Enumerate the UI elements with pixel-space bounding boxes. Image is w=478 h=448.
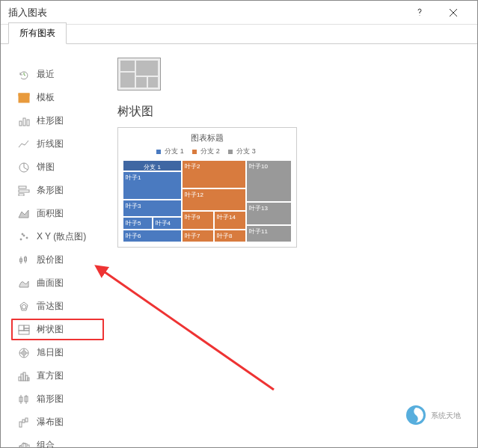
svg-point-15: [23, 235, 25, 236]
legend-item: 分支 3: [236, 147, 256, 155]
recent-icon: [17, 69, 31, 81]
box-whisker-icon: [17, 393, 31, 405]
svg-point-14: [20, 239, 22, 240]
insert-chart-dialog: 插入图表 所有图表 最近 模板 柱形图 折: [0, 0, 478, 448]
treemap-leaf: 叶子13: [246, 202, 292, 225]
treemap-leaf: 叶子4: [153, 217, 183, 230]
sidebar-item-label: 曲面图: [37, 277, 64, 289]
treemap-leaf: 叶子2: [182, 160, 246, 188]
sunburst-icon: [17, 347, 31, 359]
sidebar-item-label: 模板: [37, 91, 55, 104]
sidebar-item-histogram[interactable]: 直方图: [11, 365, 104, 387]
template-icon: [17, 92, 31, 104]
svg-rect-8: [27, 120, 29, 126]
chart-type-sidebar: 最近 模板 柱形图 折线图 饼图 条形图: [11, 53, 104, 448]
treemap-leaf: 叶子1: [123, 171, 182, 200]
treemap-leaf: 叶子10: [246, 160, 292, 202]
titlebar: 插入图表: [1, 1, 477, 25]
legend-item: 分支 1: [165, 147, 184, 155]
svg-rect-5: [19, 93, 29, 96]
svg-rect-6: [19, 121, 22, 126]
sidebar-item-label: 雷达图: [37, 300, 64, 313]
close-button[interactable]: [436, 1, 470, 25]
treemap-leaf: 叶子11: [246, 225, 292, 242]
treemap-leaf: 叶子5: [123, 217, 153, 230]
content-area: 最近 模板 柱形图 折线图 饼图 条形图: [1, 44, 477, 448]
preview-legend: 分支 1 分支 2 分支 3: [123, 147, 292, 156]
sidebar-item-label: 折线图: [37, 138, 64, 150]
help-button[interactable]: [402, 1, 436, 25]
area-chart-icon: [17, 208, 31, 220]
sidebar-item-label: 瀑布图: [37, 416, 64, 429]
watermark: 系统天地: [402, 402, 470, 431]
svg-rect-41: [19, 422, 22, 427]
treemap-leaf: 叶子9: [182, 211, 214, 230]
stock-chart-icon: [17, 254, 31, 266]
sidebar-item-line[interactable]: 折线图: [11, 133, 104, 155]
scatter-chart-icon: [17, 231, 31, 243]
sidebar-item-column[interactable]: 柱形图: [11, 110, 104, 132]
sidebar-item-label: 直方图: [37, 369, 64, 382]
treemap-leaf: 叶子14: [214, 211, 246, 230]
subtype-treemap[interactable]: [117, 58, 161, 90]
svg-text:系统天地: 系统天地: [431, 411, 461, 420]
legend-item: 分支 2: [200, 147, 220, 155]
svg-rect-43: [25, 418, 28, 422]
bar-chart-icon: [17, 185, 31, 197]
sidebar-item-waterfall[interactable]: 瀑布图: [11, 411, 104, 433]
svg-marker-13: [19, 210, 28, 218]
sidebar-item-recent[interactable]: 最近: [11, 64, 104, 85]
pie-chart-icon: [17, 162, 31, 174]
sidebar-item-radar[interactable]: 雷达图: [11, 295, 104, 317]
sidebar-item-templates[interactable]: 模板: [11, 87, 104, 108]
sidebar-item-sunburst[interactable]: 旭日图: [11, 342, 104, 363]
sidebar-item-label: 旭日图: [37, 346, 64, 359]
tab-bar: 所有图表: [1, 25, 477, 44]
sidebar-item-label: 条形图: [37, 184, 64, 197]
sidebar-item-label: 饼图: [37, 161, 55, 174]
combo-chart-icon: [17, 440, 31, 449]
line-chart-icon: [17, 138, 31, 150]
chart-type-title: 树状图: [117, 104, 467, 120]
sidebar-item-treemap[interactable]: 树状图: [11, 319, 104, 340]
sidebar-item-surface[interactable]: 曲面图: [11, 272, 104, 294]
column-chart-icon: [17, 115, 31, 127]
sidebar-item-label: 箱形图: [37, 393, 64, 405]
sidebar-item-label: 树状图: [37, 323, 64, 336]
main-panel: 树状图 图表标题 分支 1 分支 2 分支 3 分支 1 叶子1 叶子3 叶子5: [117, 53, 467, 448]
svg-point-16: [26, 237, 28, 239]
svg-rect-11: [19, 190, 29, 192]
chart-preview[interactable]: 图表标题 分支 1 分支 2 分支 3 分支 1 叶子1 叶子3 叶子5 叶子4: [117, 127, 297, 248]
svg-rect-42: [22, 420, 25, 423]
svg-line-3: [24, 75, 25, 76]
sidebar-item-bar[interactable]: 条形图: [11, 179, 104, 201]
sidebar-item-label: 股价图: [37, 254, 64, 266]
svg-rect-12: [19, 194, 24, 196]
treemap-leaf: 叶子8: [214, 230, 246, 242]
treemap-leaf: 叶子6: [123, 230, 182, 242]
sidebar-item-pie[interactable]: 饼图: [11, 156, 104, 178]
svg-rect-27: [19, 331, 29, 334]
svg-rect-46: [27, 445, 29, 449]
subtype-row: [117, 58, 467, 90]
svg-rect-7: [23, 118, 25, 126]
preview-title: 图表标题: [123, 132, 292, 144]
sidebar-item-label: 最近: [37, 68, 55, 81]
treemap-icon: [17, 324, 31, 336]
sidebar-item-area[interactable]: 面积图: [11, 203, 104, 224]
waterfall-icon: [17, 417, 31, 429]
sidebar-item-scatter[interactable]: X Y (散点图): [11, 226, 104, 248]
svg-rect-24: [19, 325, 24, 331]
svg-marker-23: [22, 304, 26, 309]
tab-all-charts[interactable]: 所有图表: [8, 22, 67, 44]
sidebar-item-stock[interactable]: 股价图: [11, 249, 104, 271]
sidebar-item-label: X Y (散点图): [37, 230, 86, 243]
treemap-body: 分支 1 叶子1 叶子3 叶子5 叶子4 叶子6 叶子2 叶子12 叶子9: [123, 160, 292, 242]
sidebar-item-boxwhisker[interactable]: 箱形图: [11, 388, 104, 410]
dialog-title: 插入图表: [8, 6, 402, 19]
sidebar-item-combo[interactable]: 组合: [11, 435, 104, 448]
sidebar-item-label: 柱形图: [37, 114, 64, 127]
radar-chart-icon: [17, 301, 31, 313]
sidebar-item-label: 面积图: [37, 207, 64, 220]
svg-rect-45: [23, 444, 25, 449]
